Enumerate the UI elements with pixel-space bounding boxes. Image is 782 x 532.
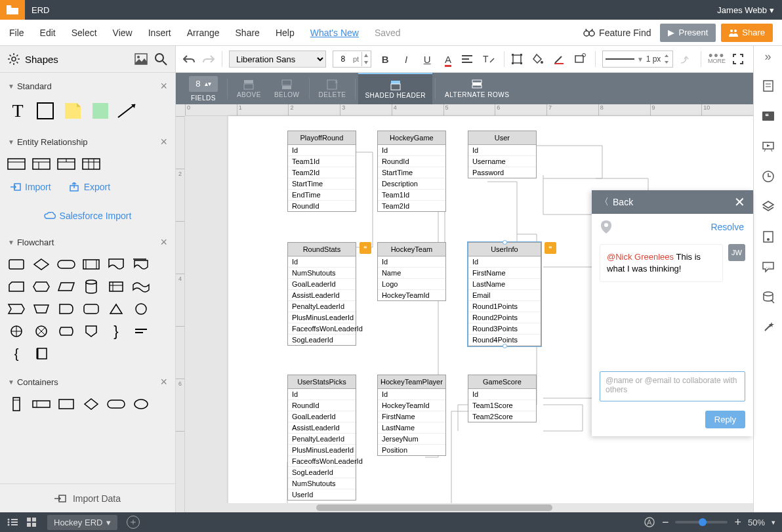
- shape-fc-d[interactable]: [56, 300, 76, 317]
- shape-style-button[interactable]: [574, 53, 588, 65]
- line-color-button[interactable]: [553, 53, 567, 65]
- shape-block[interactable]: [34, 100, 56, 122]
- shape-fc-predef[interactable]: [81, 256, 101, 273]
- more-button[interactable]: •••MORE: [708, 54, 726, 64]
- auto-zoom-icon[interactable]: A: [644, 516, 655, 528]
- menu-insert[interactable]: Insert: [148, 28, 171, 38]
- line-width-stepper[interactable]: [663, 53, 670, 65]
- grid-view-icon[interactable]: [26, 517, 37, 527]
- table-user[interactable]: User Id Username Password: [468, 131, 537, 178]
- table-roundstats[interactable]: RoundStats Id NumShutouts GoalLeaderId A…: [287, 242, 356, 346]
- master-page-icon[interactable]: [760, 229, 776, 245]
- folder-icon[interactable]: [0, 0, 25, 20]
- zoom-value[interactable]: 50%: [748, 518, 765, 527]
- close-icon[interactable]: ×: [160, 79, 167, 93]
- import-link[interactable]: Import: [10, 182, 51, 192]
- shape-fc-flag[interactable]: [7, 300, 26, 317]
- shape-fc-off[interactable]: [81, 323, 101, 340]
- collapse-panel-icon[interactable]: »: [765, 50, 772, 64]
- history-icon[interactable]: [760, 169, 776, 184]
- document-title[interactable]: ERD: [25, 5, 717, 15]
- table-hockeygame[interactable]: HockeyGame Id RoundId StartTime Descript…: [377, 131, 446, 212]
- shape-text[interactable]: T: [7, 100, 29, 122]
- shape-fc-para[interactable]: [56, 278, 76, 295]
- shape-fc-intern[interactable]: [106, 278, 126, 295]
- shape-cont-2[interactable]: [31, 396, 51, 413]
- close-icon[interactable]: ×: [160, 235, 167, 249]
- add-page-button[interactable]: ＋: [127, 516, 140, 529]
- comment-close-button[interactable]: ✕: [734, 194, 745, 210]
- font-select[interactable]: Liberation Sans: [229, 51, 326, 68]
- font-size-stepper[interactable]: [361, 52, 371, 66]
- gear-icon[interactable]: [8, 53, 20, 65]
- present-button[interactable]: ▶ Present: [660, 24, 716, 42]
- shape-cont-4[interactable]: [81, 396, 101, 413]
- shape-cont-3[interactable]: [56, 396, 76, 413]
- shape-arrow[interactable]: [117, 100, 139, 122]
- underline-button[interactable]: U: [420, 54, 434, 65]
- shape-fc-card[interactable]: [7, 278, 26, 295]
- shape-fc-db[interactable]: [81, 278, 101, 295]
- shaded-header-button[interactable]: SHADED HEADER: [358, 73, 432, 104]
- table-hockeyteamplayer[interactable]: HockeyTeamPlayer Id HockeyTeamId FirstNa…: [377, 375, 446, 456]
- zoom-out-button[interactable]: −: [662, 516, 669, 529]
- comment-reply-input[interactable]: [600, 371, 745, 401]
- table-playoffround[interactable]: PlayoffRound Id Team1Id Team2Id StartTim…: [287, 131, 356, 212]
- shape-fc-annot[interactable]: [131, 323, 151, 340]
- shape-fc-hex[interactable]: [31, 278, 51, 295]
- salesforce-import-link[interactable]: Salesforce Import: [44, 211, 132, 221]
- fill-button[interactable]: [532, 53, 546, 65]
- shape-cont-6[interactable]: [131, 396, 151, 413]
- feature-find[interactable]: Feature Find: [583, 28, 651, 38]
- close-icon[interactable]: ×: [160, 135, 167, 149]
- magic-wand-icon[interactable]: [760, 319, 776, 335]
- shape-note[interactable]: [62, 100, 84, 122]
- bold-button[interactable]: B: [378, 54, 392, 65]
- shape-erd-4[interactable]: [81, 155, 101, 173]
- horizontal-scrollbar[interactable]: [185, 503, 753, 512]
- section-standard[interactable]: ▼ Standard ×: [0, 73, 175, 100]
- delete-field-button[interactable]: ×DELETE: [312, 73, 353, 104]
- comment-badge[interactable]: ❝: [360, 242, 371, 254]
- comment-back-button[interactable]: 〈 Back: [600, 196, 734, 208]
- shape-bounds-button[interactable]: [511, 53, 525, 65]
- shape-fc-rr[interactable]: [81, 300, 101, 317]
- line-style-selector[interactable]: ▼ 1 px: [602, 51, 673, 68]
- shape-fc-bracket[interactable]: {: [7, 345, 26, 362]
- shape-fc-diamond[interactable]: [31, 256, 51, 273]
- user-menu[interactable]: James Webb ▾: [717, 5, 782, 15]
- shape-fc-disp[interactable]: [56, 323, 76, 340]
- menu-file[interactable]: File: [9, 28, 24, 38]
- table-hockeyteam[interactable]: HockeyTeam Id Name Logo HockeyTeamId: [377, 242, 446, 301]
- data-icon[interactable]: [760, 289, 776, 305]
- fullscreen-button[interactable]: [732, 53, 747, 65]
- share-button[interactable]: Share: [721, 24, 773, 42]
- shape-fc-tri[interactable]: [106, 300, 126, 317]
- presentation-icon[interactable]: [760, 138, 776, 154]
- shape-hotspot[interactable]: [89, 100, 112, 122]
- notes-icon[interactable]: [760, 78, 776, 94]
- shape-fc-or[interactable]: [31, 323, 51, 340]
- shape-cont-5[interactable]: [106, 396, 126, 413]
- menu-edit[interactable]: Edit: [40, 28, 56, 38]
- zoom-slider[interactable]: [675, 521, 728, 523]
- comments-icon[interactable]: …: [760, 259, 776, 275]
- shape-fc-docs[interactable]: [131, 256, 151, 273]
- shape-fc-term[interactable]: [56, 256, 76, 273]
- redo-button[interactable]: [202, 54, 215, 64]
- undo-button[interactable]: [182, 54, 196, 64]
- shape-fc-sumjunc[interactable]: [7, 323, 26, 340]
- menu-select[interactable]: Select: [72, 28, 97, 38]
- shape-fc-doc[interactable]: [106, 256, 126, 273]
- menu-share[interactable]: Share: [236, 28, 260, 38]
- shape-fc-circ[interactable]: [131, 300, 151, 317]
- menu-arrange[interactable]: Arrange: [187, 28, 220, 38]
- zoom-in-button[interactable]: +: [734, 516, 741, 529]
- shape-fc-trap[interactable]: [31, 300, 51, 317]
- shape-fc-note2[interactable]: [31, 345, 51, 362]
- resolve-button[interactable]: Resolve: [710, 222, 744, 232]
- shape-fc-rect[interactable]: [7, 256, 26, 273]
- font-size-input[interactable]: pt: [333, 51, 371, 68]
- close-icon[interactable]: ×: [160, 375, 167, 389]
- export-link[interactable]: Export: [70, 182, 110, 192]
